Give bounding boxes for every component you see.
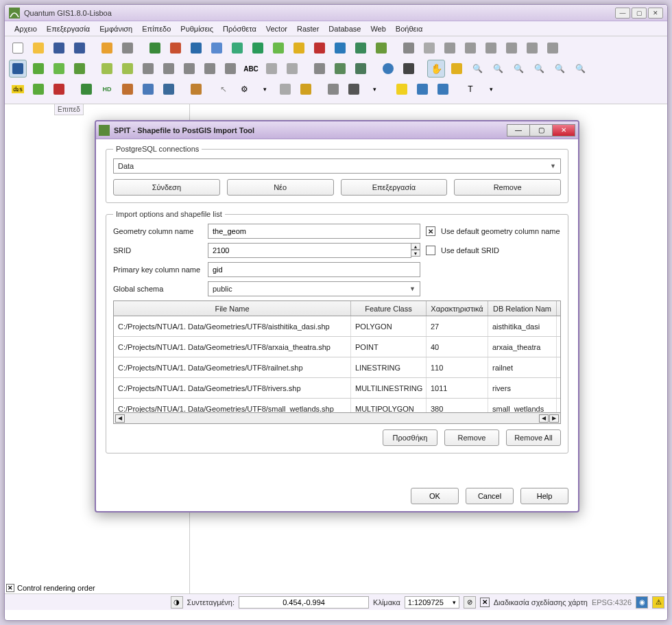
table-row[interactable]: C:/Projects/NTUA/1. Data/Geometries/UTF8… [114,337,560,357]
add-point-icon[interactable] [29,80,47,98]
hd-icon[interactable]: HD [98,80,116,98]
terrain2-icon[interactable] [352,60,370,78]
bookmark-icon[interactable] [413,80,431,98]
add-wfs-icon[interactable] [249,39,267,57]
identify-icon[interactable] [297,80,315,98]
stop-render-icon[interactable]: ⊘ [464,596,476,609]
use-default-geom-checkbox[interactable]: ✕ [426,226,435,236]
add-raster-icon[interactable] [167,39,184,57]
simplify-icon[interactable] [139,60,157,78]
save-icon[interactable] [50,39,68,57]
table-icon[interactable] [324,80,342,98]
scale-combo[interactable]: 1:1209725▾ [405,596,459,609]
menu-settings[interactable]: Ρυθμίσεις [176,23,217,34]
zoom-full-icon[interactable]: 🔍 [509,60,527,78]
menu-web[interactable]: Web [366,23,389,34]
zoom-selection-icon[interactable]: 🔍 [530,60,548,78]
dropdown3-icon[interactable]: ▾ [482,80,500,98]
zoom-in-icon[interactable]: 🔍 [468,60,486,78]
remove-layer-icon[interactable] [311,39,328,57]
d2s-icon[interactable]: d₂s [9,80,27,98]
offset-icon[interactable] [221,60,239,78]
gear-icon[interactable]: ⚙ [235,80,253,98]
geom-input[interactable] [208,224,420,239]
th-feature-class[interactable]: Feature Class [351,301,427,316]
menu-help[interactable]: Βοήθεια [392,23,427,34]
th-relation[interactable]: DB Relation Nam [488,301,557,316]
remove-shapefile-button[interactable]: Remove [444,429,499,446]
picture-icon[interactable] [187,80,205,98]
ok-button[interactable]: OK [411,488,459,504]
home-icon[interactable] [434,80,452,98]
zoom-out-icon[interactable]: 🔍 [489,60,507,78]
part-icon[interactable] [180,60,198,78]
crs-icon[interactable]: ◉ [636,596,648,609]
table-row[interactable]: C:/Projects/NTUA/1. Data/Geometries/UTF8… [114,378,560,399]
layers-icon[interactable] [29,60,47,78]
reshape-icon[interactable] [201,60,219,78]
status-toggle-icon[interactable]: ◑ [171,596,183,609]
new-project-icon[interactable] [9,39,27,57]
info-icon[interactable] [276,80,294,98]
zoom-layer-icon[interactable]: 🔍 [551,60,568,78]
help-button[interactable]: Help [520,488,568,504]
table-row[interactable]: C:/Projects/NTUA/1. Data/Geometries/UTF8… [114,399,560,412]
dialog-minimize-button[interactable]: — [507,124,530,137]
delete-icon[interactable] [503,39,520,57]
menu-layer[interactable]: Επίπεδο [138,23,175,34]
rotate-label-icon[interactable] [263,60,280,78]
remove-connection-button[interactable]: Remove [454,179,561,196]
add-wms-icon[interactable] [228,39,246,57]
ring-icon[interactable] [160,60,178,78]
db-icon[interactable] [160,80,178,98]
georef-icon[interactable] [311,60,328,78]
new-shapefile-icon[interactable] [290,39,308,57]
copy-icon[interactable] [544,39,562,57]
scroll-left-icon[interactable]: ◀ [115,414,125,423]
split-icon[interactable] [482,39,500,57]
th-filename[interactable]: File Name [114,301,351,316]
srid-input[interactable] [208,243,411,258]
table-row[interactable]: C:/Projects/NTUA/1. Data/Geometries/UTF8… [114,357,560,378]
new-composer-icon[interactable] [98,39,116,57]
log-icon[interactable]: ⚠ [652,596,664,609]
text-icon[interactable]: T [461,80,479,98]
menu-vector[interactable]: Vector [262,23,291,34]
pk-input[interactable] [208,262,420,277]
scroll-right-icon[interactable]: ▶ [549,414,559,423]
measure-icon[interactable] [345,80,363,98]
open-project-icon[interactable] [29,39,47,57]
add-oracle-icon[interactable] [352,39,370,57]
table-row[interactable]: C:/Projects/NTUA/1. Data/Geometries/UTF8… [114,316,560,337]
dialog-maximize-button[interactable]: ▢ [529,124,553,137]
add-vector-layer-icon[interactable] [9,60,27,78]
print-icon[interactable] [119,39,136,57]
image-icon[interactable] [119,80,136,98]
arrow-icon[interactable]: ↖ [215,80,232,98]
add-shapefile-button[interactable]: Προσθήκη [383,429,437,446]
globe-icon[interactable] [379,60,397,78]
remove-all-button[interactable]: Remove All [506,429,561,446]
menu-plugins[interactable]: Πρόσθετα [219,23,261,34]
th-features[interactable]: Χαρακτηριστικά [427,301,488,316]
layers3-icon[interactable] [71,60,88,78]
elephant-icon[interactable] [139,80,157,98]
zoom-last-icon[interactable]: 🔍 [571,60,589,78]
undo-icon[interactable] [98,60,116,78]
node-tool-icon[interactable] [441,39,459,57]
terrain-icon[interactable] [331,60,349,78]
label-icon[interactable]: ABC [242,60,260,78]
redo-icon[interactable] [119,60,136,78]
menu-file[interactable]: Αρχειο [10,23,41,34]
render-checkbox[interactable]: ✕ [480,598,490,607]
menu-edit[interactable]: Επεξεργασία [43,23,94,34]
schema-combo[interactable]: public▼ [208,281,420,296]
close-button[interactable]: ✕ [648,8,663,19]
grid-icon[interactable] [400,60,418,78]
menu-view[interactable]: Εμφάνιση [95,23,136,34]
dialog-close-button[interactable]: ✕ [552,124,575,137]
move-feature-icon[interactable] [461,39,479,57]
panel-tab[interactable]: Επιπεδ [54,104,84,115]
save-as-icon[interactable] [71,39,88,57]
add-mssql-icon[interactable] [331,39,349,57]
